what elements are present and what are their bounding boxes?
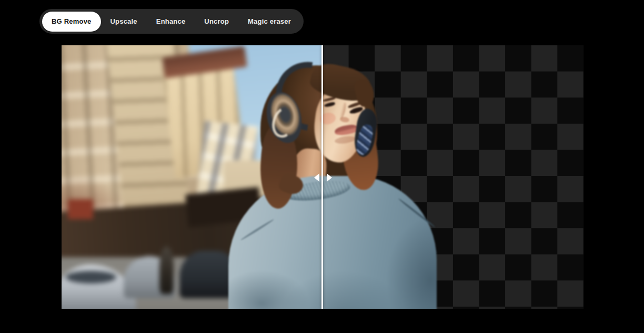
silver-car-windows [66,271,116,283]
compare-slider-handle[interactable] [311,173,335,182]
comparison-canvas [62,45,583,309]
app-canvas: BG Remove Upscale Enhance Uncrop Magic e… [0,0,644,333]
slider-arrow-right-icon [327,173,332,182]
tab-uncrop[interactable]: Uncrop [195,9,238,34]
slider-arrow-left-icon [314,173,319,182]
tab-enhance[interactable]: Enhance [147,9,195,34]
pedestrian [159,247,174,294]
red-awning [68,199,93,219]
tab-bg-remove[interactable]: BG Remove [42,12,101,32]
tool-tab-bar: BG Remove Upscale Enhance Uncrop Magic e… [39,9,304,34]
tab-upscale[interactable]: Upscale [101,9,147,34]
tab-magic-eraser[interactable]: Magic eraser [238,9,300,34]
